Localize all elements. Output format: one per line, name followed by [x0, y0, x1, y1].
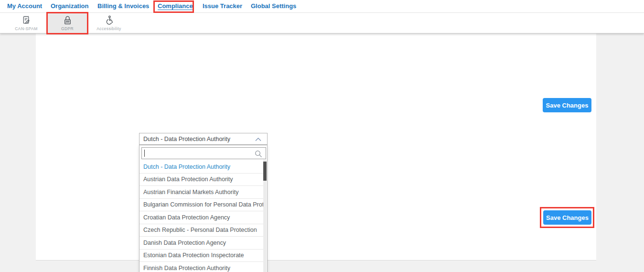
top-navigation: My Account Organization Billing & Invoic… — [0, 0, 644, 13]
dropdown-option[interactable]: Croatian Data Protection Agency — [140, 211, 264, 224]
accessibility-icon — [104, 15, 114, 25]
dropdown-option[interactable]: Austrian Financial Markets Authority — [140, 186, 264, 199]
tool-label: Accessibility — [97, 26, 121, 31]
nav-item-organization[interactable]: Organization — [51, 2, 88, 10]
dropdown-option[interactable]: Austrian Data Protection Authority — [140, 174, 264, 186]
document-edit-icon — [21, 15, 32, 25]
tool-label: GDPR — [61, 26, 74, 31]
authority-dropdown: Dutch - Data Protection Authority Austri… — [139, 145, 268, 272]
compliance-settings-page: My Account Organization Billing & Invoic… — [0, 0, 644, 272]
dropdown-option[interactable]: Dutch - Data Protection Authority — [140, 161, 264, 174]
dropdown-option[interactable]: Bulgarian Commission for Personal Data P… — [140, 199, 264, 212]
nav-item-my-account[interactable]: My Account — [7, 2, 42, 10]
tool-can-spam[interactable]: CAN-SPAM — [9, 13, 43, 33]
authority-select[interactable]: Dutch - Data Protection Authority — [139, 133, 268, 145]
text-caret — [144, 150, 145, 157]
dropdown-option[interactable]: Estonian Data Protection Inspectorate — [140, 250, 264, 262]
tool-label: CAN-SPAM — [15, 26, 37, 31]
search-icon — [255, 150, 262, 158]
save-changes-button-address[interactable]: Save Changes — [543, 98, 591, 112]
dropdown-option[interactable]: Finnish Data Protection Authority — [140, 262, 264, 272]
compliance-toolbar: CAN-SPAM GDPR Ac — [0, 13, 644, 33]
chevron-up-icon — [255, 138, 261, 141]
dropdown-scrollbar-track[interactable] — [263, 160, 267, 272]
tool-gdpr[interactable]: GDPR — [48, 13, 87, 33]
save-changes-button-authority[interactable]: Save Changes — [543, 210, 591, 225]
dropdown-option-list: Dutch - Data Protection Authority Austri… — [140, 161, 264, 272]
nav-item-billing-invoices[interactable]: Billing & Invoices — [97, 2, 149, 10]
dropdown-search — [141, 147, 266, 159]
tool-accessibility[interactable]: Accessibility — [91, 13, 127, 33]
dropdown-scrollbar-thumb[interactable] — [263, 162, 267, 181]
dropdown-search-input[interactable] — [142, 148, 266, 159]
nav-item-compliance[interactable]: Compliance — [158, 2, 193, 10]
nav-item-global-settings[interactable]: Global Settings — [251, 2, 296, 10]
authority-selected-value: Dutch - Data Protection Authority — [143, 136, 230, 142]
nav-item-issue-tracker[interactable]: Issue Tracker — [203, 2, 242, 10]
gdpr-settings-panel — [36, 33, 596, 261]
dropdown-option[interactable]: Czech Republic - Personal Data Protectio… — [140, 224, 264, 237]
lock-icon — [63, 15, 72, 25]
dropdown-option[interactable]: Danish Data Protection Agency — [140, 237, 264, 250]
